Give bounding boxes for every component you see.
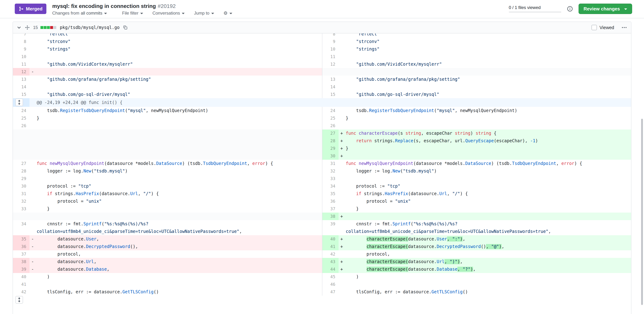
old-line-number[interactable]: 28 [13, 167, 30, 175]
new-line-number[interactable]: 43 [322, 258, 338, 266]
new-line-number[interactable]: 37 [322, 205, 338, 212]
hunk-gutter [13, 98, 30, 107]
hunk-header: @@ -24,19 +24,24 @@ func init() { [30, 98, 631, 107]
new-code-cell: + characterEscape(datasource.Database, "… [338, 266, 631, 273]
old-line-number[interactable]: 32 [13, 198, 30, 205]
new-line-number[interactable]: 27 [322, 130, 338, 137]
new-line-number[interactable]: 11 [322, 53, 338, 60]
new-line-number[interactable]: 34 [322, 182, 338, 190]
new-line-number[interactable]: 38 [322, 212, 338, 220]
new-line-number[interactable]: 35 [322, 190, 338, 198]
addition-sign: + [340, 235, 343, 243]
new-line-number[interactable]: 15 [322, 91, 338, 98]
new-line-number[interactable]: 9 [322, 38, 338, 45]
split-diff: 7 "reflect"8 "reflect"8 "strconv"9 "strc… [13, 34, 631, 314]
old-line-number[interactable]: 41 [13, 280, 30, 288]
old-line-number[interactable]: 26 [13, 122, 30, 130]
diff-row: 27func newMysqlQueryEndpoint(datasource … [13, 160, 631, 167]
new-line-number[interactable]: 40 [322, 235, 338, 243]
new-line-number[interactable]: 12 [322, 60, 338, 68]
new-line-number[interactable]: 30 [322, 152, 338, 160]
new-line-number[interactable]: 42 [322, 250, 338, 258]
conversations-menu[interactable]: Conversations [152, 10, 185, 16]
new-line-number[interactable]: 41 [322, 243, 338, 250]
new-line-number[interactable]: 29 [322, 144, 338, 152]
old-line-number[interactable]: 24 [13, 107, 30, 114]
viewed-checkbox[interactable] [592, 25, 597, 30]
old-line-number[interactable]: 7 [13, 34, 30, 38]
old-line-number[interactable]: 25 [13, 114, 30, 122]
copy-path-button[interactable] [123, 25, 128, 30]
new-line-number[interactable]: 32 [322, 167, 338, 175]
review-changes-button[interactable]: Review changes [578, 4, 632, 14]
old-line-number[interactable]: 14 [13, 83, 30, 91]
new-line-number[interactable]: 47 [322, 288, 338, 296]
viewed-toggle[interactable]: Viewed [592, 25, 614, 30]
git-merge-icon [19, 6, 24, 11]
old-line-number[interactable]: 10 [13, 53, 30, 60]
diff-settings-menu[interactable]: ⚙ [224, 10, 232, 16]
new-line-number[interactable]: 28 [322, 137, 338, 144]
diffstat-block-add [44, 26, 46, 29]
diff-row: 34 cnnstr := fmt.Sprintf("%s:%s@%s(%s)/%… [13, 220, 631, 228]
files-viewed-block: 0 / 1 files viewed [509, 5, 561, 12]
old-line-number[interactable]: 13 [13, 76, 30, 83]
unfold-icon [17, 100, 22, 105]
new-line-number[interactable]: 25 [322, 114, 338, 122]
file-options-kebab[interactable] [621, 25, 627, 30]
old-line-number[interactable]: 11 [13, 60, 30, 68]
file-name-link[interactable]: pkg/tsdb/mysql/mysql.go [60, 25, 120, 30]
new-line-number[interactable]: 13 [322, 76, 338, 83]
old-line-number[interactable]: 38 [13, 258, 30, 266]
new-line-number[interactable]: 31 [322, 160, 338, 167]
diffstat-block-add [40, 26, 43, 29]
old-line-number[interactable]: 33 [13, 205, 30, 212]
old-line-number[interactable]: 35 [13, 235, 30, 243]
old-line-number[interactable]: 29 [13, 175, 30, 182]
new-code-cell [338, 83, 631, 91]
expand-hunk-button[interactable] [16, 98, 23, 106]
collapse-file-button[interactable] [17, 25, 21, 30]
old-line-number[interactable]: 27 [13, 160, 30, 167]
old-line-number[interactable]: 40 [13, 273, 30, 280]
old-code-cell: - [30, 68, 322, 76]
jump-to-menu[interactable]: Jump to [194, 10, 214, 16]
old-code-cell [30, 137, 322, 144]
old-line-number[interactable]: 12 [13, 68, 30, 76]
old-line-number[interactable]: 34 [13, 220, 30, 228]
diff-row: 9 "strings"10 "strings" [13, 45, 631, 53]
old-code-cell: func newMysqlQueryEndpoint(datasource *m… [30, 160, 322, 167]
old-line-number[interactable]: 36 [13, 243, 30, 250]
review-info-button[interactable] [567, 6, 573, 12]
new-code-cell: collation=utf8mb4_unicode_ci&parseTime=t… [338, 228, 631, 235]
changes-from-menu[interactable]: Changes from all commits [52, 10, 107, 16]
drag-handle-icon[interactable] [25, 25, 30, 30]
new-line-number[interactable]: 46 [322, 280, 338, 288]
old-line-number[interactable]: 9 [13, 45, 30, 53]
expand-diff-down-button[interactable] [16, 296, 23, 304]
new-line-number[interactable]: 10 [322, 45, 338, 53]
old-line-number[interactable]: 39 [13, 266, 30, 273]
pr-header-right: 0 / 1 files viewed Review changes [509, 4, 632, 14]
new-code-cell: tlsConfig, err := datasource.GetTLSConfi… [338, 288, 631, 296]
old-code-cell: tlsConfig, err := datasource.GetTLSConfi… [30, 288, 322, 296]
old-line-number[interactable]: 8 [13, 38, 30, 45]
old-line-number[interactable]: 30 [13, 182, 30, 190]
new-line-number[interactable]: 8 [322, 34, 338, 38]
new-line-number[interactable]: 44 [322, 266, 338, 273]
new-line-number[interactable]: 33 [322, 175, 338, 182]
new-line-number[interactable]: 36 [322, 198, 338, 205]
old-line-number[interactable]: 42 [13, 288, 30, 296]
new-line-number[interactable]: 45 [322, 273, 338, 280]
new-line-number[interactable]: 39 [322, 220, 338, 228]
old-line-number[interactable]: 15 [13, 91, 30, 98]
new-line-number[interactable]: 26 [322, 122, 338, 130]
new-line-number[interactable]: 24 [322, 107, 338, 114]
new-line-number[interactable]: 14 [322, 83, 338, 91]
old-line-number[interactable]: 37 [13, 250, 30, 258]
diff-row: 38- datasource.Url,43+ characterEscape(d… [13, 258, 631, 266]
old-line-number[interactable]: 31 [13, 190, 30, 198]
file-filter-menu[interactable]: File filter [122, 10, 143, 16]
gear-icon: ⚙ [224, 10, 228, 16]
page-scrollbar[interactable] [641, 119, 643, 305]
